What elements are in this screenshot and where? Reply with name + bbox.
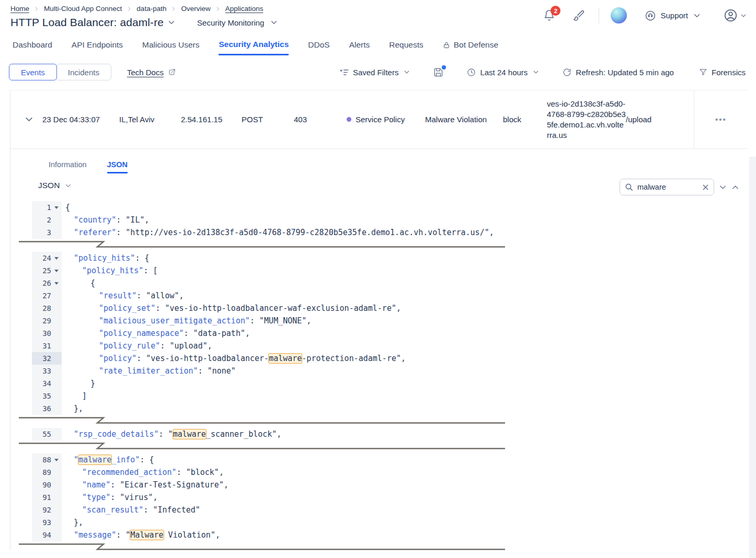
notifications-button[interactable]: 2 [543,9,555,21]
code-line-36: 36}, [10,402,748,415]
refresh-button[interactable]: Refresh: Updated 5 min ago [563,68,674,77]
search-prev-icon[interactable] [731,183,739,191]
save-filter-button[interactable] [433,67,443,77]
breadcrumb-chevron-icon [127,6,132,11]
breadcrumb-chevron-icon [34,6,39,11]
tab-dashboard[interactable]: Dashboard [13,41,52,55]
tab-ddos[interactable]: DDoS [308,41,329,55]
line-number: 3 [32,226,62,239]
tech-docs-label: Tech Docs [127,68,164,77]
lock-icon [443,41,450,49]
tab-bot-defense[interactable]: Bot Defense [443,41,498,55]
line-number[interactable]: 88 [32,454,62,466]
line-number: 90 [32,479,62,491]
brush-icon[interactable] [573,9,585,21]
code-line-55: 55"rsp_code_details": "malware_scanner_b… [10,428,748,440]
event-category: Service Policy [347,115,425,124]
event-action: block [503,115,547,124]
line-number[interactable]: 1 [32,201,62,214]
support-chevron-down-icon [693,12,701,19]
event-violation: Malware Violation [425,115,503,124]
line-number: 91 [32,491,62,504]
line-number: 2 [32,214,62,226]
time-range-chevron-icon [533,69,539,75]
line-number[interactable]: 24 [32,252,62,264]
code-line-29: 29"malicious_user_mitigate_action": "MUM… [10,315,748,327]
code-line-35: 35] [10,390,748,402]
line-number: 30 [32,327,62,340]
saved-filters-label: Saved Filters [353,68,399,77]
fold-separator[interactable] [10,415,748,428]
code-line-30: 30"policy_namespace": "data-path", [10,327,748,340]
detail-tab-information[interactable]: Information [49,160,87,173]
breadcrumb-home[interactable]: Home [10,5,29,13]
search-next-icon[interactable] [719,183,727,191]
json-search-input[interactable] [637,183,702,191]
incidents-toggle-button[interactable]: Incidents [56,64,111,80]
row-actions-menu[interactable]: ••• [694,90,748,148]
detail-scrollbar-track[interactable] [749,157,756,558]
line-number[interactable]: 26 [32,277,62,289]
security-monitoring-select[interactable]: Security Monitoring [197,18,278,27]
fold-separator[interactable] [10,541,748,554]
fold-separator[interactable] [10,239,748,252]
saved-filters-chevron-icon [404,69,410,75]
account-menu[interactable] [724,8,747,22]
time-range-label: Last 24 hours [480,68,528,77]
tab-malicious-users[interactable]: Malicious Users [142,41,199,55]
line-number: 32 [32,352,62,365]
support-label: Support [660,11,688,20]
breadcrumb-chevron-icon [215,6,221,11]
funnel-icon [699,68,707,76]
events-toggle-button[interactable]: Events [9,64,57,80]
breadcrumb-namespace[interactable]: data-path [136,5,166,13]
code-line-91: 91"type": "virus", [10,491,748,504]
code-line-28: 28"policy_set": "ves-io-http-loadbalance… [10,302,748,315]
assistant-sphere-icon[interactable] [611,7,627,24]
event-table-row[interactable]: 23 Dec 04:33:07 IL,Tel Aviv 2.54.161.15 … [10,90,748,149]
events-toolbar: Events Incidents Tech Docs Saved Filters… [9,63,746,81]
tab-security-analytics[interactable]: Security Analytics [219,41,289,55]
top-header: Home Multi-Cloud App Connect data-path O… [0,0,756,32]
line-number: 29 [32,315,62,327]
tech-docs-link[interactable]: Tech Docs [127,68,176,77]
code-line-33: 33"rate_limiter_action": "none" [10,365,748,377]
breadcrumb-chevron-icon [171,6,176,11]
time-range-dropdown[interactable]: Last 24 hours [467,68,539,77]
line-number: 92 [32,504,62,516]
line-number: 35 [32,390,62,402]
external-link-icon [168,68,176,76]
event-method: POST [242,115,294,124]
fold-separator[interactable] [10,440,748,454]
title-chevron-down-icon[interactable] [168,19,175,26]
tab-requests[interactable]: Requests [389,41,423,55]
breadcrumb-overview[interactable]: Overview [181,5,210,13]
line-number: 89 [32,466,62,479]
line-number: 94 [32,529,62,541]
refresh-label: Refresh: Updated 5 min ago [576,68,674,77]
breadcrumb-applications[interactable]: Applications [225,5,264,13]
refresh-icon [563,68,571,77]
clear-search-icon[interactable] [702,184,709,191]
category-dot-icon [347,117,351,122]
code-line-26: 26{ [10,277,748,289]
code-lines: 1{2"country": "IL",3"referer": "http://v… [10,201,748,554]
clock-icon [467,68,476,77]
event-detail-panel: Information JSON JSON 1{2"country": "IL"… [10,149,748,554]
saved-filters-dropdown[interactable]: Saved Filters [339,68,410,77]
detail-tab-json[interactable]: JSON [107,160,128,173]
breadcrumb-multicloud[interactable]: Multi-Cloud App Connect [44,5,122,13]
account-chevron-down-icon [740,13,747,19]
code-line-32: 32"policy": "ves-io-http-loadbalancer-ma… [10,352,748,365]
row-expand-toggle[interactable] [10,115,42,124]
support-menu[interactable]: Support [645,10,705,21]
tab-api-endpoints[interactable]: API Endpoints [72,41,123,55]
forensics-button[interactable]: Forensics [699,68,746,77]
fold-caret-icon [54,282,59,285]
line-number[interactable]: 25 [32,264,62,277]
json-format-select[interactable]: JSON [38,181,72,190]
line-number: 33 [32,365,62,377]
tab-alerts[interactable]: Alerts [349,41,370,55]
line-number: 27 [32,289,62,302]
line-number: 55 [32,428,62,440]
